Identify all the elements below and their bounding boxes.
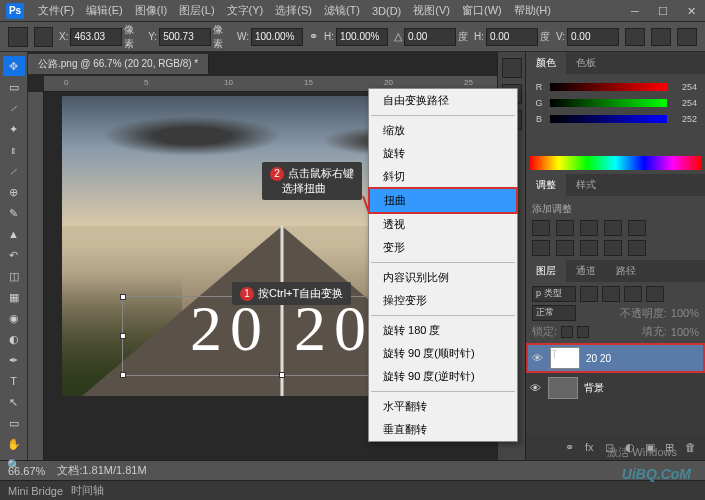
transform-icon[interactable]: [8, 27, 28, 47]
r-slider[interactable]: [550, 83, 667, 91]
dodge-tool[interactable]: ◐: [3, 329, 25, 349]
h-input[interactable]: [336, 28, 388, 46]
menu-filter[interactable]: 滤镜(T): [318, 3, 366, 18]
ctx-skew[interactable]: 斜切: [369, 165, 517, 188]
layers-tab[interactable]: 图层: [526, 260, 566, 282]
layer-background[interactable]: 👁 背景: [526, 373, 705, 403]
adj-photo[interactable]: [580, 240, 598, 256]
blur-tool[interactable]: ◉: [3, 308, 25, 328]
hskew-input[interactable]: [486, 28, 538, 46]
menu-select[interactable]: 选择(S): [269, 3, 318, 18]
b-slider[interactable]: [550, 115, 667, 123]
move-tool[interactable]: ✥: [3, 56, 25, 76]
ctx-puppet[interactable]: 操控变形: [369, 289, 517, 312]
minimize-button[interactable]: ─: [621, 2, 649, 20]
ctx-scale[interactable]: 缩放: [369, 119, 517, 142]
lock-pixels[interactable]: [561, 326, 573, 338]
document-tab[interactable]: 公路.png @ 66.7% (20 20, RGB/8) *: [28, 54, 209, 74]
ctx-rotate-90cw[interactable]: 旋转 90 度(顺时针): [369, 342, 517, 365]
adj-mixer[interactable]: [604, 240, 622, 256]
vskew-input[interactable]: [567, 28, 619, 46]
lock-position[interactable]: [577, 326, 589, 338]
layer-2020[interactable]: 👁 T 20 20: [526, 343, 705, 373]
menu-type[interactable]: 文字(Y): [221, 3, 270, 18]
menu-3d[interactable]: 3D(D): [366, 5, 407, 17]
layer-filter[interactable]: p 类型: [532, 286, 576, 302]
ctx-distort[interactable]: 扭曲: [368, 187, 518, 214]
close-button[interactable]: ✕: [677, 2, 705, 20]
hand-tool[interactable]: ✋: [3, 434, 25, 454]
ctx-content-aware[interactable]: 内容识别比例: [369, 266, 517, 289]
layer-thumb[interactable]: T: [550, 347, 580, 369]
menu-help[interactable]: 帮助(H): [508, 3, 557, 18]
menu-window[interactable]: 窗口(W): [456, 3, 508, 18]
g-slider[interactable]: [550, 99, 667, 107]
opt-extra-1[interactable]: [625, 28, 645, 46]
menu-view[interactable]: 视图(V): [407, 3, 456, 18]
crop-tool[interactable]: ⫾: [3, 140, 25, 160]
w-input[interactable]: [251, 28, 303, 46]
ctx-warp[interactable]: 变形: [369, 236, 517, 259]
eyedropper-tool[interactable]: ⟋: [3, 161, 25, 181]
ctx-free-transform[interactable]: 自由变换路径: [369, 89, 517, 112]
maximize-button[interactable]: ☐: [649, 2, 677, 20]
ctx-perspective[interactable]: 透视: [369, 213, 517, 236]
adj-bw[interactable]: [556, 240, 574, 256]
reference-point-icon[interactable]: [34, 27, 54, 47]
eraser-tool[interactable]: ◫: [3, 266, 25, 286]
adj-hue[interactable]: [532, 240, 550, 256]
menu-layer[interactable]: 图层(L): [173, 3, 220, 18]
layer-thumb[interactable]: [548, 377, 578, 399]
lasso-tool[interactable]: ⟋: [3, 98, 25, 118]
adj-curves[interactable]: [580, 220, 598, 236]
angle-input[interactable]: [404, 28, 456, 46]
path-tool[interactable]: ↖: [3, 392, 25, 412]
color-tab[interactable]: 颜色: [526, 52, 566, 74]
paths-tab[interactable]: 路径: [606, 260, 646, 282]
link-layers-button[interactable]: ⚭: [565, 441, 579, 455]
visibility-icon[interactable]: 👁: [532, 352, 544, 364]
adj-exposure[interactable]: [604, 220, 622, 236]
blend-mode[interactable]: 正常: [532, 305, 576, 321]
ctx-rotate-90ccw[interactable]: 旋转 90 度(逆时针): [369, 365, 517, 388]
adj-levels[interactable]: [556, 220, 574, 236]
marquee-tool[interactable]: ▭: [3, 77, 25, 97]
link-icon[interactable]: ⚭: [309, 30, 318, 43]
y-input[interactable]: [159, 28, 211, 46]
pen-tool[interactable]: ✒: [3, 350, 25, 370]
delete-layer-button[interactable]: 🗑: [685, 441, 699, 455]
swatches-tab[interactable]: 色板: [566, 52, 606, 74]
brush-tool[interactable]: ✎: [3, 203, 25, 223]
cancel-transform-button[interactable]: [651, 28, 671, 46]
ctx-rotate-180[interactable]: 旋转 180 度: [369, 319, 517, 342]
channels-tab[interactable]: 通道: [566, 260, 606, 282]
ctx-flip-h[interactable]: 水平翻转: [369, 395, 517, 418]
adj-lookup[interactable]: [628, 240, 646, 256]
mini-bridge-tab[interactable]: Mini Bridge: [8, 485, 63, 497]
timeline-tab[interactable]: 时间轴: [71, 483, 104, 498]
collapsed-panel-1[interactable]: [502, 58, 522, 78]
zoom-level[interactable]: 66.67%: [8, 465, 45, 477]
doc-info[interactable]: 文档:1.81M/1.81M: [57, 463, 146, 478]
ruler-vertical[interactable]: [28, 92, 44, 460]
color-spectrum[interactable]: [530, 156, 701, 170]
gradient-tool[interactable]: ▦: [3, 287, 25, 307]
menu-edit[interactable]: 编辑(E): [80, 3, 129, 18]
menu-image[interactable]: 图像(I): [129, 3, 173, 18]
commit-transform-button[interactable]: [677, 28, 697, 46]
heal-tool[interactable]: ⊕: [3, 182, 25, 202]
visibility-icon[interactable]: 👁: [530, 382, 542, 394]
adj-brightness[interactable]: [532, 220, 550, 236]
adjustments-tab[interactable]: 调整: [526, 174, 566, 196]
stamp-tool[interactable]: ▲: [3, 224, 25, 244]
wand-tool[interactable]: ✦: [3, 119, 25, 139]
ctx-rotate[interactable]: 旋转: [369, 142, 517, 165]
adj-vibrance[interactable]: [628, 220, 646, 236]
ctx-flip-v[interactable]: 垂直翻转: [369, 418, 517, 441]
shape-tool[interactable]: ▭: [3, 413, 25, 433]
x-input[interactable]: [70, 28, 122, 46]
fx-button[interactable]: fx: [585, 441, 599, 455]
history-brush-tool[interactable]: ↶: [3, 245, 25, 265]
menu-file[interactable]: 文件(F): [32, 3, 80, 18]
type-tool[interactable]: T: [3, 371, 25, 391]
